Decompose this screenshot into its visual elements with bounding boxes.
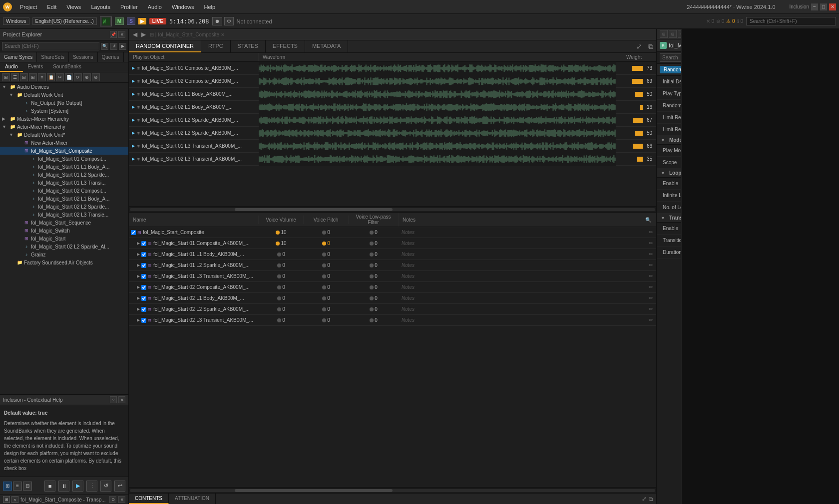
tree-item[interactable]: ♪fol_Magic_Start 02 L2 Sparkle_Al...	[0, 243, 128, 251]
badge-s[interactable]: S	[127, 17, 135, 25]
contents-row-check[interactable]	[141, 296, 146, 301]
minimize-button[interactable]: −	[811, 3, 818, 10]
tab-rtpc[interactable]: RTPC	[201, 40, 231, 52]
pe-close-button[interactable]: ✕	[118, 31, 125, 38]
prop-select-play-type[interactable]: Random Sequence	[757, 89, 802, 98]
contents-row-check[interactable]	[141, 274, 146, 279]
tree-btn-2[interactable]: ☰	[11, 73, 19, 81]
footer-tab-attenuation[interactable]: ATTENUATION	[169, 494, 216, 504]
menu-edit[interactable]: Edit	[43, 3, 60, 11]
contents-expand-icon[interactable]: ▶	[137, 296, 140, 300]
tree-item[interactable]: ♪fol_Magic_Start 01 L1 Body_A...	[0, 163, 128, 171]
tree-btn-7[interactable]: ✂	[56, 73, 64, 81]
playlist-row[interactable]: ▶≋fol_Magic_Start 02 L1 Body_AKB00M_...1…	[129, 101, 656, 114]
contents-hscroll-track[interactable]	[130, 489, 655, 492]
rc-tab-random[interactable]: Random Container	[660, 66, 710, 73]
prop-menu-icon[interactable]: ⋮	[798, 55, 803, 60]
connect-button[interactable]: ⚙	[224, 17, 234, 25]
nav-back[interactable]: ◀	[131, 29, 139, 40]
prop-slider-dot-no-of-loops[interactable]	[774, 206, 778, 210]
prop-search-input[interactable]	[660, 53, 758, 62]
help-close-button[interactable]: ✕	[118, 396, 125, 403]
platform-selector[interactable]: Windows	[3, 17, 29, 25]
contents-row[interactable]: ▶≋fol_Magic_Start 02 L2 Sparkle_AKB00M_.…	[129, 304, 656, 315]
tree-item[interactable]: 📁Factory Soundseed Air Objects	[0, 258, 128, 266]
prop-dots[interactable]: ⋯	[798, 43, 803, 48]
prop-icon-1[interactable]: ⊞	[660, 30, 668, 38]
playlist-row[interactable]: ▶≋fol_Magic_Start 02 Composite_AKB00M_..…	[129, 75, 656, 88]
prop-section-mode[interactable]: ▼ Mode	[657, 136, 806, 145]
contents-hscroll-thumb[interactable]	[235, 489, 393, 492]
menu-windows[interactable]: Windows	[168, 3, 198, 11]
playlist-row[interactable]: ▶≋fol_Magic_Start 01 L3 Transient_AKB00M…	[129, 140, 656, 153]
tree-btn-3[interactable]: ⊟	[20, 73, 28, 81]
playlist-play-button[interactable]: ▶	[132, 118, 135, 122]
tree-item[interactable]: ♪fol_Magic_Start 01 L3 Transi...	[0, 179, 128, 187]
prop-select-infinite-looping[interactable]: No. of Loops Infinite	[757, 191, 802, 200]
tree-btn-10[interactable]: ⊕	[83, 73, 91, 81]
contents-edit-button[interactable]: ✏	[645, 251, 656, 257]
prop-icon-close[interactable]: ✕	[795, 30, 803, 38]
tree-item[interactable]: ▼📁Actor-Mixer Hierarchy	[0, 123, 128, 131]
tree-btn-1[interactable]: ⊞	[2, 73, 10, 81]
transport-close2[interactable]: ✕	[118, 496, 125, 503]
pe-search-button[interactable]: 🔍	[101, 43, 108, 50]
expand-button[interactable]: ⤢	[633, 40, 645, 52]
contents-expand-icon[interactable]: ▶	[137, 263, 140, 267]
prop-m-badge[interactable]: M	[767, 41, 776, 50]
pe-search-input[interactable]	[2, 42, 99, 50]
contents-row[interactable]: ▶≋fol_Magic_Start 01 L2 Sparkle_AKB00M_.…	[129, 260, 656, 271]
transport-play[interactable]: ▶	[72, 481, 83, 492]
prop-input-initial-delay[interactable]	[780, 78, 802, 85]
playlist-play-button[interactable]: ▶	[132, 105, 135, 109]
tree-item[interactable]: ♪fol_Magic_Start 02 Composit...	[0, 187, 128, 195]
transport-loop[interactable]: ↺	[100, 481, 111, 492]
popout-button[interactable]: ⧉	[645, 40, 656, 52]
tree-item[interactable]: ♪Grainz	[0, 251, 128, 258]
contents-edit-button[interactable]: ✏	[645, 306, 656, 312]
prop-select-trans-type[interactable]: Trigger rate Delay	[757, 236, 802, 245]
global-search-input[interactable]	[746, 17, 836, 25]
capture-button[interactable]: ⏺	[212, 17, 222, 25]
close-button[interactable]: ✕	[829, 3, 836, 10]
footer-popout[interactable]: ⧉	[649, 496, 653, 503]
tree-btn-4[interactable]: ⊞	[29, 73, 37, 81]
prop-s-badge[interactable]: S	[778, 41, 787, 50]
tab-metadata[interactable]: METADATA	[305, 40, 348, 52]
contents-row[interactable]: ▶≋fol_Magic_Start 01 L1 Body_AKB00M_...0…	[129, 249, 656, 260]
contents-row[interactable]: ▶≋fol_Magic_Start 02 L3 Transient_AKB00M…	[129, 315, 656, 326]
tree-btn-5[interactable]: ≡	[38, 73, 46, 81]
prop-input-limit-rep-to[interactable]	[780, 126, 802, 133]
menu-views[interactable]: Views	[62, 3, 85, 11]
hscroll-thumb[interactable]	[235, 208, 393, 211]
contents-edit-button[interactable]: ✏	[645, 240, 656, 247]
tree-item[interactable]: ♪No_Output [No Output]	[0, 99, 128, 107]
pe-refresh-button[interactable]: ↺	[110, 43, 117, 50]
tab-sessions[interactable]: Sessions	[69, 52, 98, 62]
badge-m[interactable]: M	[115, 17, 124, 25]
prop-check-trans-enable[interactable]	[795, 225, 802, 232]
transport-pause[interactable]: ⏸	[58, 481, 69, 492]
contents-row[interactable]: ⊞fol_Magic_Start_Composite1000Notes✏	[129, 227, 656, 238]
prop-slider-dot-initial-delay[interactable]	[774, 80, 778, 84]
prop-section-transitions[interactable]: ▼ Transitions	[657, 214, 806, 223]
prop-icon-2[interactable]: ⊟	[669, 30, 677, 38]
playlist-play-button[interactable]: ▶	[132, 92, 135, 96]
subtab-soundbanks[interactable]: SoundBanks	[48, 62, 86, 72]
transport-rewind[interactable]: ↩	[114, 481, 125, 492]
prop-check-limit-rep[interactable]	[795, 114, 802, 121]
tree-btn-9[interactable]: ⟳	[74, 73, 82, 81]
prop-check-loop-enable[interactable]	[795, 180, 802, 187]
maximize-button[interactable]: □	[820, 3, 827, 10]
playlist-hscroll[interactable]	[129, 206, 656, 212]
pe-nav-button[interactable]: ▶	[119, 43, 126, 50]
tab-game-syncs[interactable]: Game Syncs	[0, 52, 37, 62]
contents-row-check[interactable]	[141, 285, 146, 290]
prop-select-play-mode[interactable]: Continuous Step	[757, 146, 802, 155]
tree-btn-6[interactable]: 📋	[47, 73, 55, 81]
playlist-row[interactable]: ▶≋fol_Magic_Start 02 L3 Transient_AKB00M…	[129, 153, 656, 166]
menu-project[interactable]: Project	[16, 3, 41, 11]
playlist-play-button[interactable]: ▶	[132, 157, 135, 161]
playlist-row[interactable]: ▶≋fol_Magic_Start 02 L2 Sparkle_AKB00M_.…	[129, 127, 656, 140]
prop-input-duration[interactable]: 0.02	[780, 249, 802, 256]
